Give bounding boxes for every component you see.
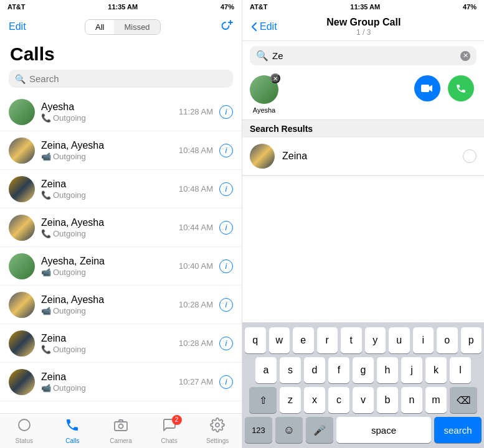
key-u[interactable]: u: [389, 327, 410, 353]
audio-call-button[interactable]: [448, 75, 474, 101]
call-time: 10:40 AM: [179, 261, 213, 271]
call-item-1[interactable]: Ayesha 📞 Outgoing 11:28 AM i: [0, 93, 242, 131]
key-x[interactable]: x: [304, 387, 325, 413]
key-s[interactable]: s: [280, 357, 301, 383]
call-item-5[interactable]: Ayesha, Zeina 📹 Outgoing 10:40 AM i: [0, 247, 242, 286]
tab-chats[interactable]: 2 Chats: [145, 414, 194, 448]
keyboard-row-3: ⇧ z x c v b n m ⌫: [245, 387, 482, 413]
info-button[interactable]: i: [219, 221, 233, 235]
numbers-key[interactable]: 123: [245, 417, 272, 443]
right-nav-title: New Group Call: [326, 17, 401, 28]
right-search-icon: 🔍: [256, 50, 268, 62]
right-nav-center: New Group Call 1 / 3: [326, 17, 401, 37]
key-v[interactable]: v: [353, 387, 374, 413]
call-item-6[interactable]: Zeina, Ayesha 📹 Outgoing 10:28 AM i: [0, 286, 242, 324]
key-l[interactable]: l: [450, 357, 471, 383]
selected-contact-ayesha[interactable]: ✕ Ayesha: [250, 75, 278, 114]
key-i[interactable]: i: [413, 327, 434, 353]
call-info: Zeina 📞 Outgoing: [41, 179, 173, 200]
tab-calls[interactable]: Calls: [49, 414, 97, 448]
call-right: 11:28 AM i: [179, 105, 233, 119]
call-right: 10:44 AM i: [179, 221, 233, 235]
mic-key[interactable]: 🎤: [306, 417, 333, 443]
key-e[interactable]: e: [293, 327, 314, 353]
call-item-7[interactable]: Zeina 📞 Outgoing 10:28 AM i: [0, 324, 242, 363]
new-call-button[interactable]: [219, 19, 233, 35]
tab-camera[interactable]: Camera: [97, 414, 145, 448]
tab-camera-label: Camera: [110, 437, 132, 444]
key-q[interactable]: q: [245, 327, 266, 353]
missed-segment[interactable]: Missed: [114, 20, 159, 34]
search-icon: 🔍: [15, 74, 26, 84]
right-nav-subtitle: 1 / 3: [326, 28, 401, 37]
left-status-bar: AT&T 11:35 AM 47%: [0, 0, 242, 14]
call-item-4[interactable]: Zeina, Ayesha 📞 Outgoing 10:44 AM i: [0, 208, 242, 247]
info-button[interactable]: i: [219, 298, 233, 312]
info-button[interactable]: i: [219, 337, 233, 350]
shift-key[interactable]: ⇧: [249, 387, 277, 413]
tab-bar: Status Calls Camera 2 Chats Settings: [0, 413, 242, 448]
key-a[interactable]: a: [255, 357, 277, 383]
info-button[interactable]: i: [219, 144, 233, 157]
key-p[interactable]: p: [461, 327, 482, 353]
key-g[interactable]: g: [353, 357, 374, 383]
tab-status[interactable]: Status: [0, 414, 49, 448]
key-y[interactable]: y: [365, 327, 386, 353]
video-call-button[interactable]: [414, 75, 440, 101]
call-right: 10:28 AM i: [179, 298, 233, 312]
key-w[interactable]: w: [269, 327, 290, 353]
space-key[interactable]: space: [336, 417, 431, 443]
call-right: 10:28 AM i: [179, 337, 233, 350]
tab-status-label: Status: [16, 437, 33, 444]
key-d[interactable]: d: [304, 357, 325, 383]
call-item-2[interactable]: Zeina, Ayesha 📹 Outgoing 10:48 AM i: [0, 131, 242, 170]
svg-rect-5: [421, 85, 429, 92]
call-right: 10:48 AM i: [179, 182, 233, 196]
info-button[interactable]: i: [219, 259, 233, 273]
key-f[interactable]: f: [328, 357, 349, 383]
left-search-bar[interactable]: 🔍: [9, 70, 233, 88]
remove-selected-button[interactable]: ✕: [270, 73, 280, 83]
avatar: [9, 369, 35, 395]
key-n[interactable]: n: [401, 387, 422, 413]
all-segment[interactable]: All: [85, 20, 114, 34]
call-name: Zeina, Ayesha: [41, 294, 173, 306]
key-r[interactable]: r: [317, 327, 338, 353]
back-button[interactable]: Edit: [251, 21, 277, 32]
key-z[interactable]: z: [280, 387, 301, 413]
delete-key[interactable]: ⌫: [450, 387, 477, 413]
key-b[interactable]: b: [377, 387, 398, 413]
contact-select-circle[interactable]: [463, 149, 477, 163]
call-direction: 📹 Outgoing: [41, 268, 173, 277]
key-m[interactable]: m: [425, 387, 447, 413]
key-t[interactable]: t: [341, 327, 362, 353]
tab-calls-label: Calls: [65, 437, 79, 444]
search-key[interactable]: search: [434, 417, 482, 443]
key-c[interactable]: c: [328, 387, 349, 413]
call-item-8[interactable]: Zeina 📹 Outgoing 10:27 AM i: [0, 363, 242, 401]
emoji-key[interactable]: ☺: [275, 417, 303, 443]
call-info: Zeina, Ayesha 📹 Outgoing: [41, 140, 173, 161]
key-j[interactable]: j: [401, 357, 422, 383]
tab-settings[interactable]: Settings: [193, 414, 242, 448]
edit-button[interactable]: Edit: [9, 21, 26, 32]
key-h[interactable]: h: [377, 357, 398, 383]
call-direction: 📹 Outgoing: [41, 152, 173, 161]
clear-search-button[interactable]: ✕: [460, 51, 470, 61]
selected-contact-name: Ayesha: [253, 106, 276, 114]
call-name: Zeina: [41, 333, 173, 344]
settings-tab-icon: [210, 418, 225, 436]
call-item-3[interactable]: Zeina 📞 Outgoing 10:48 AM i: [0, 170, 242, 208]
tab-chats-label: Chats: [161, 437, 178, 444]
right-search-input[interactable]: [272, 50, 457, 61]
right-status-bar: AT&T 11:35 AM 47%: [242, 0, 484, 14]
search-input[interactable]: [29, 73, 227, 84]
info-button[interactable]: i: [219, 182, 233, 196]
contact-result-zeina[interactable]: Zeina: [242, 138, 484, 175]
info-button[interactable]: i: [219, 105, 233, 119]
key-k[interactable]: k: [425, 357, 447, 383]
key-o[interactable]: o: [437, 327, 458, 353]
info-button[interactable]: i: [219, 375, 233, 389]
right-search-bar[interactable]: 🔍 ✕: [250, 46, 477, 65]
svg-point-4: [118, 424, 123, 429]
